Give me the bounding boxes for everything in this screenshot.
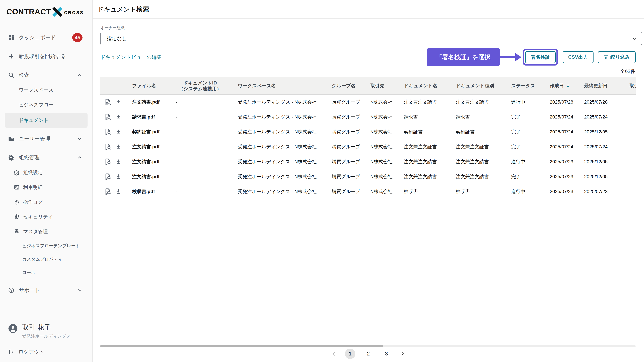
- sidebar-item-label: ビジネスフロー: [19, 102, 54, 108]
- pagination-page-1[interactable]: 1: [345, 349, 355, 359]
- cell-doc_name: 検収書: [397, 184, 449, 199]
- logout-button[interactable]: ログアウト: [8, 349, 92, 355]
- download-icon[interactable]: [115, 114, 122, 120]
- sidebar-item[interactable]: 組織設定: [0, 165, 92, 180]
- download-icon[interactable]: [115, 99, 122, 105]
- sidebar-item[interactable]: サポート: [0, 283, 92, 298]
- cell-doc_type: 請求書: [449, 109, 504, 124]
- column-header: 最終更新日: [578, 77, 623, 94]
- pagination-page-3[interactable]: 3: [381, 349, 392, 359]
- sidebar-item-label: ビジネスフローテンプレート: [22, 243, 80, 249]
- column-header: ドキュメントID （システム連携用）: [169, 77, 231, 94]
- cell-doc_type: 契約証書: [449, 124, 504, 139]
- sidebar-item[interactable]: ビジネスフロー: [0, 97, 92, 112]
- user-profile[interactable]: 取引 花子 受発注ホールディングス: [8, 323, 92, 339]
- cell-actions: [100, 109, 126, 124]
- sidebar-item[interactable]: ドキュメント: [5, 113, 88, 128]
- cell-created: 2025/07/23: [543, 184, 578, 199]
- sidebar-item[interactable]: ユーザー管理: [0, 131, 92, 146]
- cell-created: 2025/07/24: [543, 109, 578, 124]
- cell-group: 購買グループ: [325, 169, 364, 184]
- column-header-label: 取引金: [630, 83, 636, 88]
- sidebar-item-label: 組織管理: [19, 154, 40, 161]
- pagination-page-2[interactable]: 2: [363, 349, 374, 359]
- filter-button-label: 絞り込み: [610, 54, 630, 60]
- sidebar-item[interactable]: カスタムプロパティ: [0, 252, 92, 266]
- cell-partner: N株式会社: [364, 109, 397, 124]
- download-icon[interactable]: [115, 173, 122, 180]
- cell-workspace: 受発注ホールディングス - N株式会社: [231, 154, 325, 169]
- cell-status: 進行中: [504, 154, 543, 169]
- dashboard-icon: [8, 34, 14, 41]
- toolbar: ドキュメントビューの編集 「署名検証」を選択 署名検証 CSV出力 絞り込み: [92, 45, 644, 66]
- sidebar-item-label: セキュリティ: [23, 214, 53, 220]
- table-row: 契約証書.pdf-受発注ホールディングス - N株式会社購買グループN株式会社契…: [100, 124, 636, 139]
- cell-created: 2025/07/28: [543, 94, 578, 109]
- preview-document-icon[interactable]: [104, 188, 111, 195]
- sidebar-item[interactable]: 利用明細: [0, 180, 92, 195]
- user-name: 取引 花子: [22, 323, 71, 332]
- sidebar-item[interactable]: ロール: [0, 266, 92, 279]
- sidebar-item[interactable]: 新規取引を開始する: [0, 49, 92, 64]
- page-title: ドキュメント検索: [97, 5, 149, 13]
- cell-group: 購買グループ: [325, 109, 364, 124]
- chevron-down-icon: [77, 136, 82, 142]
- sidebar-item[interactable]: 組織管理: [0, 150, 92, 165]
- download-icon[interactable]: [115, 158, 122, 165]
- column-header: ドキュメント名: [397, 77, 449, 94]
- sidebar-item[interactable]: 検索: [0, 67, 92, 83]
- csv-export-button[interactable]: CSV出力: [563, 51, 594, 63]
- sidebar-item[interactable]: セキュリティ: [0, 210, 92, 224]
- cell-file: 検収書.pdf: [126, 184, 169, 199]
- column-header-label: ワークスペース名: [238, 83, 276, 88]
- cell-doc_type: 検収書: [449, 184, 504, 199]
- download-icon[interactable]: [115, 143, 122, 150]
- sidebar-item-label: マスタ管理: [23, 228, 48, 235]
- cell-updated: 2025/07/23: [578, 184, 623, 199]
- edit-document-view-link[interactable]: ドキュメントビューの編集: [100, 54, 162, 61]
- cell-partner: N株式会社: [364, 169, 397, 184]
- sidebar-item[interactable]: ダッシュボード45: [0, 30, 92, 45]
- cell-created: 2025/07/23: [543, 154, 578, 169]
- cell-file: 契約証書.pdf: [126, 124, 169, 139]
- preview-document-icon[interactable]: [104, 158, 111, 165]
- cell-doc_id: -: [169, 139, 231, 154]
- toolbar-actions: 「署名検証」を選択 署名検証 CSV出力 絞り込み: [427, 48, 636, 66]
- cell-actions: [100, 139, 126, 154]
- owner-org-select[interactable]: 指定なし: [100, 32, 642, 45]
- download-icon[interactable]: [115, 188, 122, 195]
- preview-document-icon[interactable]: [104, 128, 111, 136]
- sidebar-item[interactable]: ビジネスフローテンプレート: [0, 239, 92, 252]
- receipt-icon: [14, 185, 20, 190]
- column-header-actions: [100, 77, 126, 94]
- chevron-up-icon: [77, 72, 82, 78]
- sidebar-item[interactable]: ワークスペース: [0, 83, 92, 97]
- sidebar-item-label: 新規取引を開始する: [19, 53, 66, 60]
- pagination-next-icon[interactable]: [399, 351, 406, 357]
- download-icon[interactable]: [115, 129, 122, 135]
- horizontal-scrollbar-thumb[interactable]: [100, 345, 383, 347]
- preview-document-icon[interactable]: [104, 98, 111, 106]
- cell-doc_type: 注文兼注文証書: [449, 139, 504, 154]
- sidebar-item[interactable]: マスタ管理: [0, 224, 92, 239]
- help-icon: [8, 287, 14, 294]
- cell-workspace: 受発注ホールディングス - N株式会社: [231, 184, 325, 199]
- table-row: 注文請書.pdf-受発注ホールディングス - N株式会社購買グループN株式会社注…: [100, 169, 636, 184]
- horizontal-scrollbar-track[interactable]: [100, 345, 636, 347]
- pagination-prev-icon[interactable]: [331, 351, 337, 357]
- logout-icon: [8, 349, 14, 355]
- preview-document-icon[interactable]: [104, 173, 111, 180]
- cell-doc_name: 注文兼注文証書: [397, 139, 449, 154]
- signature-verify-button[interactable]: 署名検証: [525, 51, 556, 63]
- column-header-label: ステータス: [511, 83, 535, 88]
- column-header-label: ファイル名: [132, 83, 156, 88]
- cell-doc_id: -: [169, 94, 231, 109]
- preview-document-icon[interactable]: [104, 143, 111, 150]
- pagination: 123: [92, 349, 644, 359]
- sidebar-item[interactable]: 操作ログ: [0, 195, 92, 210]
- filter-button[interactable]: 絞り込み: [598, 51, 636, 63]
- column-header[interactable]: 作成日: [543, 77, 578, 94]
- preview-document-icon[interactable]: [104, 113, 111, 121]
- table-section: ファイル名ドキュメントID （システム連携用）ワークスペース名グループ名取引先ド…: [92, 75, 644, 199]
- cell-file: 注文請書.pdf: [126, 169, 169, 184]
